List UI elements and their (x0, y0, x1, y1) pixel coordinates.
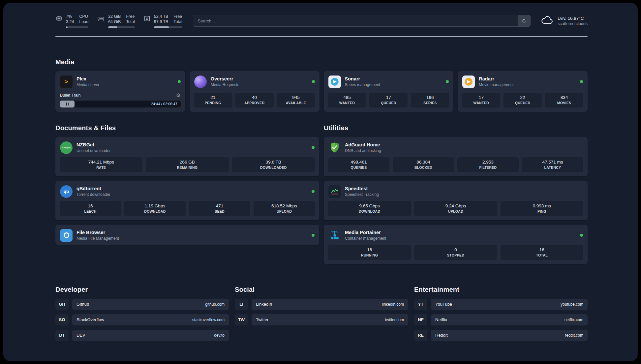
search-input[interactable] (193, 15, 531, 27)
speedtest-graph-icon (328, 185, 341, 198)
bookmark-netflix[interactable]: NF Netflix netflix.com (414, 314, 588, 325)
adguard-shield-icon (328, 141, 341, 154)
cloud-icon (541, 15, 554, 26)
nzbget-icon: nzbget (60, 141, 73, 154)
storage-label-top: Free (173, 14, 182, 19)
bookmark-abbr: NF (414, 314, 427, 325)
app-header-adguard[interactable]: AdGuard Home DNS and adblocking (324, 137, 588, 157)
status-dot-online (312, 234, 315, 237)
stat-download: 1.19 Gbps DOWNLOAD (124, 201, 186, 216)
section-title-documents: Documents & Files (55, 124, 319, 132)
sonarr-icon (328, 76, 341, 88)
stat-rate: 744.21 Mbps RATE (60, 157, 142, 172)
weather-location: Lviv, 16.87°C (558, 16, 588, 21)
app-header-filebrowser[interactable]: File Browser Media File Management (55, 225, 319, 245)
bookmark-abbr: RE (414, 330, 427, 341)
qbittorrent-icon: qb (60, 185, 73, 198)
top-bar: 7% 3.24 CPU Load (55, 14, 588, 28)
status-dot-online (446, 80, 449, 83)
app-header-qbittorrent[interactable]: qb qBittorrent Torrent downloader (55, 181, 319, 201)
cpu-load-value: 3.24 (66, 19, 74, 24)
app-card-filebrowser: File Browser Media File Management (55, 225, 319, 245)
stat-upload: 618.52 Mbps UPLOAD (254, 201, 315, 216)
storage-icon (143, 15, 151, 23)
stat-pending: 21 PENDING (194, 93, 232, 107)
storage-total-value: 97.9 TB (154, 19, 168, 24)
app-card-qbittorrent: qb qBittorrent Torrent downloader 16 LEE… (55, 181, 319, 220)
playback-time: 24:44 / 02:06:47 (151, 102, 177, 106)
stat-latency: 47.571 ms LATENCY (522, 157, 583, 172)
cpu-label-bottom: Load (79, 19, 88, 24)
app-card-speedtest: Speedtest Speedtest Tracking 9.65 Gbps D… (324, 181, 588, 220)
cpu-widget: 7% 3.24 CPU Load (55, 14, 88, 28)
app-card-overseerr: Overseerr Media Requests 21 PENDING 40 A… (190, 71, 320, 112)
bookmark-group-social: Social LI LinkedIn linkedin.com TW Twitt… (235, 286, 408, 345)
overseerr-icon (194, 76, 207, 88)
memory-icon (97, 15, 105, 23)
memory-label-bottom: Total (126, 19, 135, 24)
app-header-portainer[interactable]: Media Portainer Container management (324, 225, 588, 245)
app-header-plex[interactable]: > Plex Media server (55, 71, 185, 91)
bookmark-reddit[interactable]: RE Reddit reddit.com (414, 330, 588, 341)
stat-upload: 9.24 Gbps UPLOAD (414, 201, 497, 216)
stat-remaining: 266 GB REMAINING (146, 157, 229, 172)
storage-free-value: 52.4 TB (154, 14, 168, 19)
stat-available: 945 AVAILABLE (277, 93, 315, 107)
bookmark-youtube[interactable]: YT YouTube youtube.com (414, 299, 588, 310)
bookmark-abbr: GH (55, 299, 69, 310)
cpu-usage-value: 7% (66, 14, 74, 19)
status-dot-online (312, 146, 315, 149)
section-documents: Documents & Files nzbget NZBGet Usenet d… (55, 124, 319, 264)
bookmark-abbr: LI (235, 299, 248, 310)
stat-filtered: 2,953 FILTERED (457, 157, 519, 172)
app-card-adguard: AdGuard Home DNS and adblocking 498,461 … (324, 137, 588, 176)
bookmark-stackoverflow[interactable]: SO StackOverflow stackoverflow.com (55, 314, 229, 325)
cpu-usage-bar (66, 26, 88, 28)
cpu-label-top: CPU (79, 14, 88, 19)
plex-icon: > (60, 76, 73, 88)
section-title-entertainment: Entertainment (414, 286, 588, 293)
app-card-nzbget: nzbget NZBGet Usenet downloader 744.21 M… (55, 137, 319, 176)
bookmark-group-developer: Developer GH Github github.com SO StackO… (55, 286, 229, 345)
section-title-social: Social (235, 286, 408, 293)
status-dot-online (580, 234, 583, 237)
stat-downloaded: 39.6 TB DOWNLOADED (232, 157, 315, 172)
bookmark-abbr: YT (414, 299, 427, 310)
app-header-overseerr[interactable]: Overseerr Media Requests (190, 71, 320, 91)
status-dot-online (312, 80, 315, 83)
stat-wanted: 485 WANTED (328, 93, 366, 107)
memory-total-value: 64 GiB (108, 19, 121, 24)
stat-series: 196 SERIES (411, 93, 449, 107)
stat-movies: 834 MOVIES (545, 93, 583, 107)
bookmark-linkedin[interactable]: LI LinkedIn linkedin.com (235, 299, 408, 310)
bookmark-dev[interactable]: DT DEV dev.to (55, 330, 229, 341)
app-card-plex: > Plex Media server Bullet Train ⚙ 24:44… (55, 71, 185, 112)
stat-download: 9.65 Gbps DOWNLOAD (328, 201, 411, 216)
header-divider (55, 36, 588, 37)
stat-queries: 498,461 QUERIES (328, 157, 389, 172)
status-dot-online (178, 80, 181, 83)
bookmark-group-entertainment: Entertainment YT YouTube youtube.com NF … (414, 286, 588, 345)
stat-seed: 471 SEED (189, 201, 250, 216)
bookmark-github[interactable]: GH Github github.com (55, 299, 229, 310)
stat-queued: 17 QUEUED (369, 93, 408, 107)
stat-ping: 0.993 ms PING (501, 201, 583, 216)
filebrowser-icon (60, 229, 73, 242)
app-header-radarr[interactable]: Radarr Movie management (458, 71, 588, 91)
dashboard-panel: 7% 3.24 CPU Load (3, 3, 638, 361)
stat-leech: 16 LEECH (60, 201, 121, 216)
stat-blocked: 86,384 BLOCKED (393, 157, 454, 172)
now-playing-title: Bullet Train (60, 93, 81, 98)
bookmark-twitter[interactable]: TW Twitter twitter.com (235, 314, 408, 325)
pause-button[interactable] (60, 101, 75, 107)
status-dot-online (312, 190, 315, 193)
app-card-sonarr: Sonarr Series management 485 WANTED 17 Q… (324, 71, 454, 112)
storage-usage-bar (154, 26, 182, 28)
section-utilities: Utilities AdGuard Home DNS and adblockin… (324, 124, 588, 264)
app-header-sonarr[interactable]: Sonarr Series management (324, 71, 454, 91)
search-engine-button[interactable]: G (518, 15, 530, 26)
app-header-nzbget[interactable]: nzbget NZBGet Usenet downloader (55, 137, 319, 157)
gear-icon[interactable]: ⚙ (176, 92, 180, 98)
app-header-speedtest[interactable]: Speedtest Speedtest Tracking (324, 181, 588, 201)
plex-progress-bar[interactable]: 24:44 / 02:06:47 (60, 101, 181, 107)
